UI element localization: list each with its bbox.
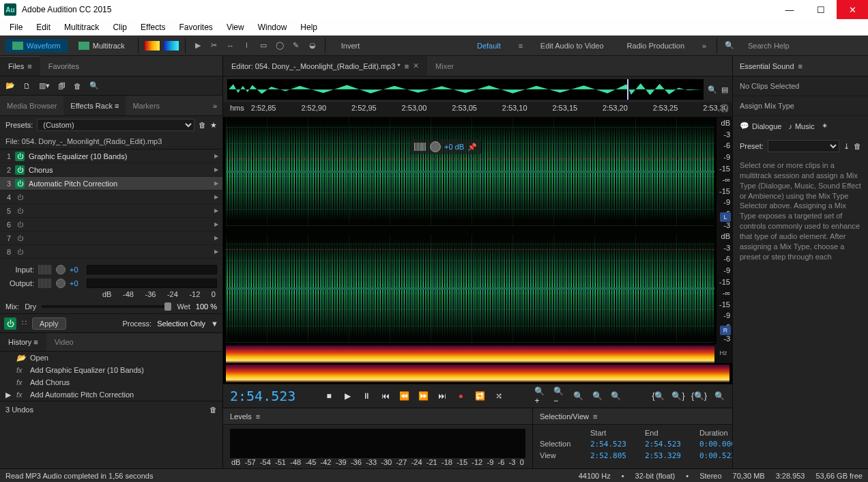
mixer-tab[interactable]: Mixer bbox=[427, 56, 462, 76]
menu-help[interactable]: Help bbox=[293, 20, 324, 34]
slip-tool-icon[interactable]: ↔ bbox=[225, 40, 237, 52]
preset-favorite-icon[interactable]: ★ bbox=[210, 121, 217, 130]
rack-power-button[interactable]: ⏻ bbox=[4, 317, 16, 330]
tab-files[interactable]: Files≡ bbox=[0, 56, 40, 76]
es-preset-select[interactable] bbox=[768, 140, 839, 152]
spot-heal-icon[interactable]: ◒ bbox=[306, 40, 319, 52]
mode-waveform[interactable]: Waveform bbox=[5, 39, 68, 53]
channel-badge-left[interactable]: L bbox=[720, 212, 731, 222]
selview-value[interactable]: 2:54.523 bbox=[645, 440, 693, 449]
workspace-radio[interactable]: Radio Production bbox=[618, 42, 694, 50]
fx-power-button[interactable]: ⏻ bbox=[15, 179, 25, 188]
selview-value[interactable]: 2:53.329 bbox=[645, 451, 693, 460]
time-ruler[interactable]: hms 2:52,852:52,902:52,952:53,002:53,052… bbox=[223, 102, 732, 117]
timecode[interactable]: 2:54.523 bbox=[230, 388, 295, 404]
tab-video[interactable]: Video bbox=[46, 333, 82, 351]
fx-arrow-icon[interactable]: ▶ bbox=[214, 235, 218, 241]
search-input[interactable]: Search Help bbox=[740, 42, 863, 50]
menu-multitrack[interactable]: Multitrack bbox=[57, 20, 106, 34]
zoom-out-amp-icon[interactable]: 🔍 bbox=[610, 388, 622, 403]
rewind-button[interactable]: ⏪ bbox=[399, 388, 411, 403]
rack-options-icon[interactable]: ∷ bbox=[22, 319, 27, 328]
menu-window[interactable]: Window bbox=[251, 20, 294, 34]
fx-arrow-icon[interactable]: ▶ bbox=[214, 167, 218, 173]
es-preset-trash-icon[interactable]: 🗑 bbox=[854, 142, 861, 150]
spectral-freq-icon[interactable] bbox=[145, 41, 160, 51]
play-button[interactable]: ▶ bbox=[342, 388, 354, 403]
skip-selection-button[interactable]: ⤭ bbox=[493, 388, 505, 403]
pause-button[interactable]: ⏸ bbox=[361, 388, 373, 403]
overview-view-icon[interactable]: ▤ bbox=[721, 85, 728, 94]
output-knob[interactable] bbox=[56, 279, 66, 288]
tab-media-browser[interactable]: Media Browser bbox=[0, 96, 63, 115]
trash-icon[interactable]: 🗑 bbox=[74, 82, 81, 90]
zoom-sel-in-icon[interactable]: {🔍 bbox=[652, 388, 665, 403]
record-button[interactable]: ● bbox=[455, 388, 467, 403]
zoom-in-time-icon[interactable]: 🔍+ bbox=[534, 388, 547, 403]
fx-power-button[interactable]: ⏻ bbox=[15, 152, 25, 161]
skip-start-button[interactable]: ⏮ bbox=[379, 388, 392, 403]
fx-power-button[interactable]: ⏻ bbox=[15, 233, 25, 243]
marquee-icon[interactable]: ▭ bbox=[257, 40, 270, 52]
es-preset-save-icon[interactable]: ⤓ bbox=[843, 142, 850, 151]
history-item[interactable]: fxAdd Graphic Equalizer (10 Bands) bbox=[0, 364, 222, 376]
hud-volume[interactable]: +0 dB 📌 bbox=[410, 139, 481, 154]
invert-button[interactable]: Invert bbox=[332, 42, 370, 50]
menu-file[interactable]: File bbox=[3, 20, 29, 34]
preset-trash-icon[interactable]: 🗑 bbox=[199, 121, 206, 129]
zoom-out-time-icon[interactable]: 🔍− bbox=[553, 388, 566, 403]
menu-view[interactable]: View bbox=[220, 20, 251, 34]
lasso-icon[interactable]: ◯ bbox=[274, 40, 286, 52]
menu-clip[interactable]: Clip bbox=[106, 20, 134, 34]
tab-effects-rack[interactable]: Effects Rack ≡ bbox=[63, 96, 126, 115]
hud-knob[interactable] bbox=[430, 141, 441, 152]
fx-row[interactable]: 2 ⏻ Chorus ▶ bbox=[0, 163, 222, 177]
spectral-pitch-icon[interactable] bbox=[164, 41, 179, 51]
selview-value[interactable]: 2:54.523 bbox=[590, 440, 638, 449]
razor-tool-icon[interactable]: ✂ bbox=[208, 40, 220, 52]
zoom-in-amp-icon[interactable]: 🔍 bbox=[591, 388, 603, 403]
input-knob[interactable] bbox=[56, 265, 66, 274]
fx-row[interactable]: 1 ⏻ Graphic Equalizer (10 Bands) ▶ bbox=[0, 150, 222, 163]
fx-row[interactable]: 3 ⏻ Automatic Pitch Correction ▶ bbox=[0, 177, 222, 190]
zoom-overview-icon[interactable]: 🔍 bbox=[708, 85, 717, 94]
menu-favorites[interactable]: Favorites bbox=[173, 20, 220, 34]
essential-menu-icon[interactable]: ≡ bbox=[798, 62, 802, 70]
workspace-menu-icon[interactable]: ≡ bbox=[515, 40, 527, 52]
panel-menu-icon[interactable]: ≡ bbox=[27, 62, 31, 70]
process-value[interactable]: Selection Only bbox=[157, 320, 205, 328]
editor-tab-close-icon[interactable]: ✕ bbox=[413, 61, 419, 70]
tab-history[interactable]: History ≡ bbox=[0, 333, 46, 351]
editor-tab-menu-icon[interactable]: ≡ bbox=[405, 62, 409, 70]
channel-badge-right[interactable]: R bbox=[720, 326, 731, 335]
fx-arrow-icon[interactable]: ▶ bbox=[214, 153, 218, 159]
selview-value[interactable]: 2:52.805 bbox=[590, 451, 638, 460]
mix-slider[interactable] bbox=[42, 305, 171, 308]
fx-arrow-icon[interactable]: ▶ bbox=[214, 221, 218, 227]
fx-power-button[interactable]: ⏻ bbox=[15, 247, 25, 257]
skip-end-button[interactable]: ⏭ bbox=[436, 388, 448, 403]
apply-button[interactable]: Apply bbox=[32, 317, 66, 330]
history-item[interactable]: ▶fxAdd Automatic Pitch Correction bbox=[0, 388, 222, 401]
fx-power-button[interactable]: ⏻ bbox=[15, 193, 25, 202]
fx-arrow-icon[interactable]: ▶ bbox=[214, 180, 218, 186]
new-file-icon[interactable]: 🗋 bbox=[23, 82, 31, 90]
zoom-to-sel-icon[interactable]: {🔍} bbox=[692, 388, 707, 403]
overview-waveform[interactable] bbox=[227, 79, 704, 100]
mix-slider-thumb[interactable] bbox=[164, 302, 171, 311]
workspace-default[interactable]: Default bbox=[467, 42, 510, 50]
close-button[interactable]: ✕ bbox=[837, 0, 868, 19]
close-file-icon[interactable]: 🗐 bbox=[58, 82, 66, 90]
workspace-overflow-icon[interactable]: » bbox=[698, 40, 710, 52]
stop-button[interactable]: ■ bbox=[323, 388, 335, 403]
mode-multitrack[interactable]: Multitrack bbox=[72, 39, 132, 53]
history-item[interactable]: fxAdd Chorus bbox=[0, 376, 222, 388]
spectrogram[interactable]: Hz Hz bbox=[223, 344, 732, 384]
mixtype-music[interactable]: ♪Music bbox=[788, 122, 814, 130]
fx-power-button[interactable]: ⏻ bbox=[15, 220, 25, 229]
brush-icon[interactable]: ✎ bbox=[290, 40, 302, 52]
fx-row[interactable]: 6 ⏻ ▶ bbox=[0, 218, 222, 231]
menu-edit[interactable]: Edit bbox=[29, 20, 57, 34]
open-file-icon[interactable]: 📂 bbox=[5, 81, 15, 90]
fx-arrow-icon[interactable]: ▶ bbox=[214, 249, 218, 255]
